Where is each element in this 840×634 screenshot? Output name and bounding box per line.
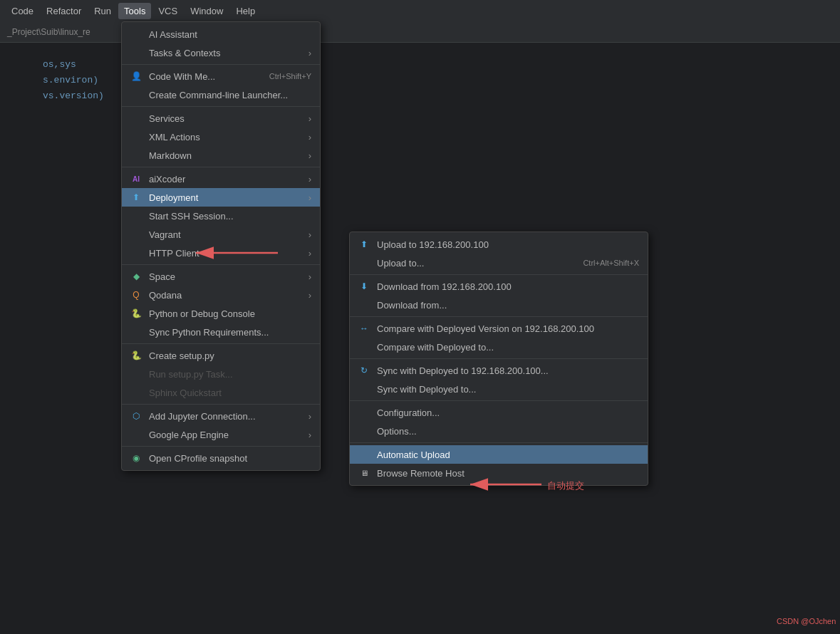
- deployment-label: Deployment: [149, 192, 198, 203]
- create-setup-icon: 🐍: [130, 350, 142, 361]
- cprofile-label: Open CProfile snapshot: [149, 453, 247, 464]
- compare-ip-icon: ↔: [358, 323, 370, 334]
- menu-item-add-jupyter[interactable]: ⬡ Add Jupyter Connection... ›: [122, 407, 320, 425]
- browse-remote-label: Browse Remote Host: [377, 468, 465, 479]
- menubar-code[interactable]: Code: [6, 3, 39, 19]
- separator-3: [122, 167, 320, 167]
- compare-ip-label: Compare with Deployed Version on 192.168…: [377, 323, 594, 334]
- separator-6: [122, 404, 320, 405]
- qodana-arrow: ›: [308, 290, 311, 301]
- ai-assistant-icon: [130, 28, 142, 40]
- compare-to-icon: [358, 341, 370, 353]
- submenu-options[interactable]: Options...: [350, 422, 648, 440]
- upload-ip-icon: ⬆: [358, 239, 370, 250]
- menu-item-xml-actions[interactable]: XML Actions ›: [122, 128, 320, 146]
- menu-item-deployment[interactable]: ⬆ Deployment ›: [122, 188, 320, 207]
- ai-assistant-label: AI Assistant: [149, 29, 197, 40]
- services-icon: [130, 113, 142, 124]
- submenu-upload-to[interactable]: Upload to... Ctrl+Alt+Shift+X: [350, 254, 648, 272]
- submenu-download-from-ip[interactable]: ⬇ Download from 192.168.200.100: [350, 277, 648, 296]
- options-label: Options...: [377, 426, 417, 437]
- menu-item-qodana[interactable]: Q Qodana ›: [122, 286, 320, 304]
- xml-arrow: ›: [308, 132, 311, 142]
- separator-5: [122, 343, 320, 344]
- space-label: Space: [149, 271, 175, 282]
- ssh-icon: [130, 210, 142, 222]
- code-with-me-icon: 👤: [130, 71, 142, 82]
- http-icon: [130, 247, 142, 259]
- menu-item-open-cprofile[interactable]: ◉ Open CProfile snapshot: [122, 449, 320, 467]
- menubar-refactor[interactable]: Refactor: [41, 3, 87, 19]
- submenu-download-from[interactable]: Download from...: [350, 296, 648, 314]
- path-text: _Project\Suib\linux_re: [7, 27, 90, 37]
- launcher-icon: [130, 89, 142, 100]
- download-from-icon: [358, 299, 370, 311]
- upload-to-label: Upload to...: [377, 258, 425, 269]
- jupyter-arrow: ›: [308, 411, 311, 422]
- upload-to-icon: [358, 257, 370, 269]
- menu-item-code-with-me[interactable]: 👤 Code With Me... Ctrl+Shift+Y: [122, 67, 320, 85]
- dep-separator-3: [350, 358, 648, 359]
- cprofile-icon: ◉: [130, 452, 142, 464]
- menu-item-create-launcher[interactable]: Create Command-line Launcher...: [122, 85, 320, 104]
- separator-2: [122, 106, 320, 107]
- deployment-submenu: ⬆ Upload to 192.168.200.100 Upload to...…: [349, 232, 648, 486]
- menu-item-create-setup[interactable]: 🐍 Create setup.py: [122, 346, 320, 365]
- submenu-sync-deployed-to[interactable]: Sync with Deployed to...: [350, 380, 648, 398]
- menu-item-markdown[interactable]: Markdown ›: [122, 146, 320, 165]
- space-icon: ◆: [130, 271, 142, 282]
- dep-separator-2: [350, 316, 648, 317]
- ssh-label: Start SSH Session...: [149, 211, 234, 222]
- menubar-run[interactable]: Run: [88, 3, 117, 19]
- download-ip-label: Download from 192.168.200.100: [377, 281, 512, 292]
- submenu-sync-deployed-ip[interactable]: ↻ Sync with Deployed to 192.168.200.100.…: [350, 361, 648, 380]
- jupyter-icon: ⬡: [130, 410, 142, 422]
- submenu-compare-deployed-to[interactable]: Compare with Deployed to...: [350, 338, 648, 356]
- tasks-arrow: ›: [308, 48, 311, 58]
- submenu-compare-deployed-ip[interactable]: ↔ Compare with Deployed Version on 192.1…: [350, 319, 648, 338]
- menu-item-aixcoder[interactable]: AI aiXcoder ›: [122, 170, 320, 188]
- submenu-upload-to-ip[interactable]: ⬆ Upload to 192.168.200.100: [350, 235, 648, 254]
- tools-menu: AI Assistant Tasks & Contexts › 👤 Code W…: [121, 21, 321, 471]
- submenu-browse-remote[interactable]: 🖥 Browse Remote Host: [350, 464, 648, 482]
- aixcoder-label: aiXcoder: [149, 174, 185, 185]
- menubar-help[interactable]: Help: [230, 3, 261, 19]
- config-icon: [358, 407, 370, 418]
- code-with-me-shortcut: Ctrl+Shift+Y: [255, 72, 311, 80]
- vagrant-label: Vagrant: [149, 229, 181, 240]
- vagrant-arrow: ›: [308, 229, 311, 240]
- menu-item-sync-python[interactable]: Sync Python Requirements...: [122, 323, 320, 341]
- menu-item-ai-assistant[interactable]: AI Assistant: [122, 25, 320, 43]
- submenu-configuration[interactable]: Configuration...: [350, 403, 648, 422]
- sync-python-label: Sync Python Requirements...: [149, 327, 269, 338]
- config-label: Configuration...: [377, 407, 440, 418]
- menu-item-tasks-contexts[interactable]: Tasks & Contexts ›: [122, 43, 320, 62]
- menu-item-vagrant[interactable]: Vagrant ›: [122, 225, 320, 244]
- menu-item-http-client[interactable]: HTTP Client ›: [122, 244, 320, 262]
- sync-python-icon: [130, 326, 142, 338]
- compare-to-label: Compare with Deployed to...: [377, 342, 494, 353]
- google-arrow: ›: [308, 430, 311, 440]
- menu-item-python-console[interactable]: 🐍 Python or Debug Console: [122, 304, 320, 323]
- markdown-label: Markdown: [149, 150, 192, 161]
- menubar-window[interactable]: Window: [185, 3, 229, 19]
- menu-item-start-ssh[interactable]: Start SSH Session...: [122, 207, 320, 225]
- menu-item-google-app[interactable]: Google App Engine ›: [122, 425, 320, 444]
- http-label: HTTP Client: [149, 248, 199, 259]
- markdown-icon: [130, 150, 142, 161]
- submenu-automatic-upload[interactable]: Automatic Upload: [350, 445, 648, 464]
- download-ip-icon: ⬇: [358, 281, 370, 292]
- menubar-vcs[interactable]: VCS: [152, 3, 183, 19]
- menu-item-space[interactable]: ◆ Space ›: [122, 267, 320, 286]
- xml-icon: [130, 131, 142, 142]
- deployment-submenu-container: ⬆ Upload to 192.168.200.100 Upload to...…: [349, 232, 648, 486]
- sync-ip-label: Sync with Deployed to 192.168.200.100...: [377, 365, 549, 376]
- run-setup-icon: [130, 368, 142, 380]
- menubar: Code Refactor Run Tools VCS Window Help: [0, 0, 840, 21]
- tasks-icon: [130, 47, 142, 58]
- qodana-label: Qodana: [149, 290, 182, 301]
- deployment-icon: ⬆: [130, 192, 142, 203]
- menubar-tools[interactable]: Tools: [118, 3, 151, 19]
- menu-item-services[interactable]: Services ›: [122, 109, 320, 128]
- launcher-label: Create Command-line Launcher...: [149, 90, 288, 100]
